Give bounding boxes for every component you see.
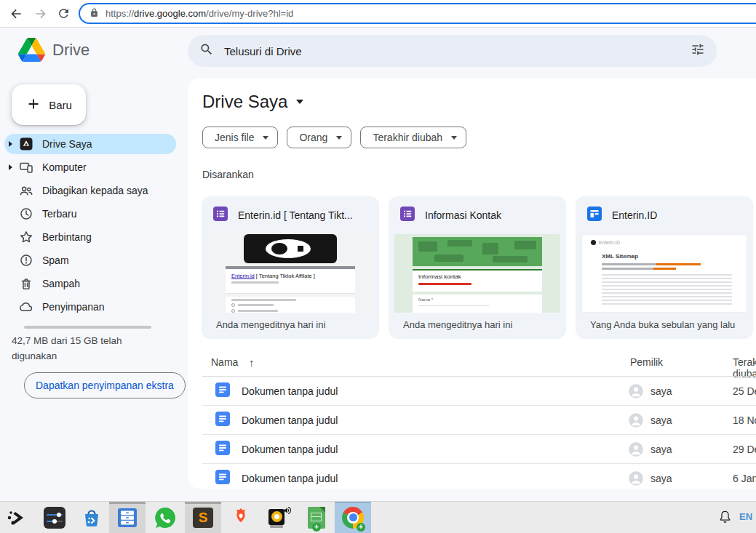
search-icon[interactable] xyxy=(199,42,214,60)
column-name[interactable]: Nama xyxy=(211,356,238,368)
get-more-storage-button[interactable]: Dapatkan penyimpanan ekstra xyxy=(24,372,186,398)
clock-icon xyxy=(19,207,33,221)
suggested-card-2[interactable]: Informasi Kontak Informasi kontak xyxy=(389,196,566,339)
chevron-down-icon xyxy=(263,136,268,140)
sidebar-nav: Drive Saya Komputer Dibagikan kepada say… xyxy=(4,134,176,320)
owner-avatar xyxy=(629,471,643,486)
sidebar-item-storage[interactable]: Penyimpanan xyxy=(4,297,176,317)
filter-chip-type[interactable]: Jenis file xyxy=(202,127,278,148)
expand-caret-icon[interactable] xyxy=(9,164,19,170)
card-thumbnail: Enterin.id [ Tentang Tiktok Affilate ] xyxy=(207,234,373,313)
search-bar[interactable] xyxy=(188,35,717,67)
storage-progress-bar xyxy=(24,326,151,329)
file-row[interactable]: Dokumen tanpa judul saya 25 De xyxy=(188,377,756,406)
docs-file-icon xyxy=(215,470,230,487)
new-button[interactable]: Baru xyxy=(12,84,86,125)
search-input[interactable] xyxy=(224,45,691,57)
sidebar-item-trash[interactable]: Sampah xyxy=(4,273,176,294)
file-list: Nama ↑ Pemilik Terakhir diubah Dokumen t… xyxy=(188,349,756,489)
taskbar-app-menu-icon[interactable] xyxy=(0,502,33,533)
chevron-down-icon xyxy=(336,136,342,140)
taskbar-audio-mixer-icon[interactable] xyxy=(38,502,71,533)
people-icon xyxy=(19,183,33,198)
card-footer: Yang Anda buka sebulan yang lalu xyxy=(590,319,735,330)
taskbar: S + + EN xyxy=(0,501,756,533)
page-title: Drive Saya xyxy=(202,92,287,112)
suggested-card-3[interactable]: Enterin.ID Enterin.ID XML Sitemap Yang A… xyxy=(576,196,753,339)
filter-chip-people[interactable]: Orang xyxy=(287,127,351,148)
card-title: Enterin.ID xyxy=(612,209,741,221)
back-icon[interactable] xyxy=(9,7,23,21)
sidebar-item-shared-with-me[interactable]: Dibagikan kepada saya xyxy=(4,180,176,201)
google-drive-app: Drive Baru Drive Saya Komputer xyxy=(0,28,756,501)
cloud-icon xyxy=(19,300,33,314)
card-thumbnail: Enterin.ID XML Sitemap xyxy=(581,234,747,313)
file-row[interactable]: Dokumen tanpa judul saya 18 No xyxy=(188,406,756,435)
main-content-panel: Drive Saya Jenis file Orang Terakhir diu… xyxy=(188,79,756,489)
taskbar-chrome-icon[interactable]: + xyxy=(335,502,371,533)
sidebar-item-my-drive[interactable]: Drive Saya xyxy=(4,134,176,154)
star-icon xyxy=(19,230,33,244)
card-thumbnail: Informasi kontak Nama * xyxy=(394,234,560,313)
sitemap-table-preview xyxy=(602,274,732,307)
sidebar-item-recent[interactable]: Terbaru xyxy=(4,204,176,224)
language-indicator[interactable]: EN xyxy=(739,511,752,522)
card-title: Enterin.id [ Tentang Tikt... xyxy=(238,209,367,221)
docs-file-icon xyxy=(215,441,230,458)
chevron-down-icon xyxy=(451,136,457,140)
chevron-down-icon xyxy=(296,100,303,104)
storage-usage-text: 42,7 MB dari 15 GB telah digunakan xyxy=(12,333,141,364)
plus-icon xyxy=(25,96,41,114)
reload-icon[interactable] xyxy=(57,7,71,21)
taskbar-file-manager-icon[interactable] xyxy=(109,502,146,533)
taskbar-whatsapp-icon[interactable] xyxy=(147,502,183,533)
trash-icon xyxy=(19,276,33,291)
computer-icon xyxy=(19,160,33,175)
suggested-card-1[interactable]: Enterin.id [ Tentang Tikt... Enterin.id … xyxy=(202,196,379,339)
sort-arrow-icon[interactable]: ↑ xyxy=(249,356,255,369)
form-banner-image xyxy=(413,237,542,266)
new-button-label: Baru xyxy=(49,99,72,111)
docs-file-icon xyxy=(215,382,230,400)
drive-logo-icon xyxy=(18,38,45,62)
taskbar-brave-icon[interactable] xyxy=(223,502,259,533)
sidebar-item-starred[interactable]: Berbintang xyxy=(4,227,176,247)
sites-icon xyxy=(587,207,602,224)
taskbar-speaker-app-icon[interactable] xyxy=(260,502,298,533)
filter-chips: Jenis file Orang Terakhir diubah xyxy=(202,127,466,148)
suggested-cards: Enterin.id [ Tentang Tikt... Enterin.id … xyxy=(202,196,753,339)
suggested-heading: Disarankan xyxy=(202,169,254,180)
file-row[interactable]: Dokumen tanpa judul saya 6 Jan xyxy=(188,464,756,489)
card-footer: Anda mengeditnya hari ini xyxy=(216,319,325,330)
taskbar-green-document-app-icon[interactable]: + xyxy=(300,502,333,533)
url-text: https://drive.google.com/drive/my-drive?… xyxy=(106,8,293,19)
forward-icon[interactable] xyxy=(33,7,48,21)
product-name: Drive xyxy=(52,41,89,60)
card-title: Informasi Kontak xyxy=(425,209,554,221)
file-list-header: Nama ↑ Pemilik Terakhir diubah xyxy=(188,349,756,377)
filter-chip-modified[interactable]: Terakhir diubah xyxy=(360,127,466,148)
column-owner[interactable]: Pemilik xyxy=(630,356,663,368)
forms-icon xyxy=(400,207,415,224)
my-drive-icon xyxy=(19,137,33,151)
page-title-dropdown[interactable]: Drive Saya xyxy=(202,89,303,115)
tiktok-style-logo xyxy=(244,234,337,263)
notification-bell-icon[interactable] xyxy=(718,510,732,526)
spam-icon xyxy=(19,253,33,268)
expand-caret-icon[interactable] xyxy=(9,141,19,147)
owner-avatar xyxy=(629,442,643,457)
owner-avatar xyxy=(629,384,643,398)
lock-icon xyxy=(89,7,99,20)
file-row[interactable]: Dokumen tanpa judul saya 29 De xyxy=(188,435,756,464)
taskbar-software-store-icon[interactable] xyxy=(76,502,108,533)
sidebar-item-computers[interactable]: Komputer xyxy=(4,157,176,177)
taskbar-sublime-text-icon[interactable]: S xyxy=(185,502,221,533)
forms-icon xyxy=(213,207,228,224)
docs-file-icon xyxy=(215,412,230,429)
card-footer: Anda mengeditnya hari ini xyxy=(403,319,512,330)
address-bar[interactable]: https://drive.google.com/drive/my-drive?… xyxy=(79,3,756,24)
browser-toolbar: https://drive.google.com/drive/my-drive?… xyxy=(0,0,756,28)
sidebar-item-spam[interactable]: Spam xyxy=(4,250,176,270)
owner-avatar xyxy=(629,413,643,428)
search-options-icon[interactable] xyxy=(691,42,705,60)
